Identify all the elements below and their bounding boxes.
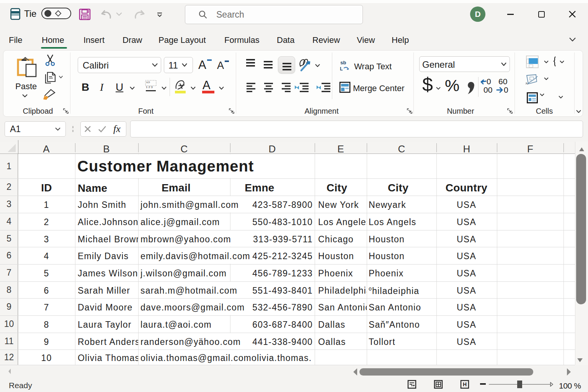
- svg-text:sb: sb: [340, 60, 346, 65]
- svg-text:60: 60: [498, 77, 507, 86]
- svg-text:1 2 3: 1 2 3: [146, 85, 153, 89]
- svg-text:a,b: a,b: [146, 81, 150, 83]
- svg-text:00: 00: [483, 85, 492, 94]
- svg-text:0: 0: [487, 77, 491, 86]
- svg-text:L: L: [340, 66, 343, 72]
- svg-text:H: H: [463, 381, 467, 387]
- svg-text:0: 0: [504, 85, 508, 94]
